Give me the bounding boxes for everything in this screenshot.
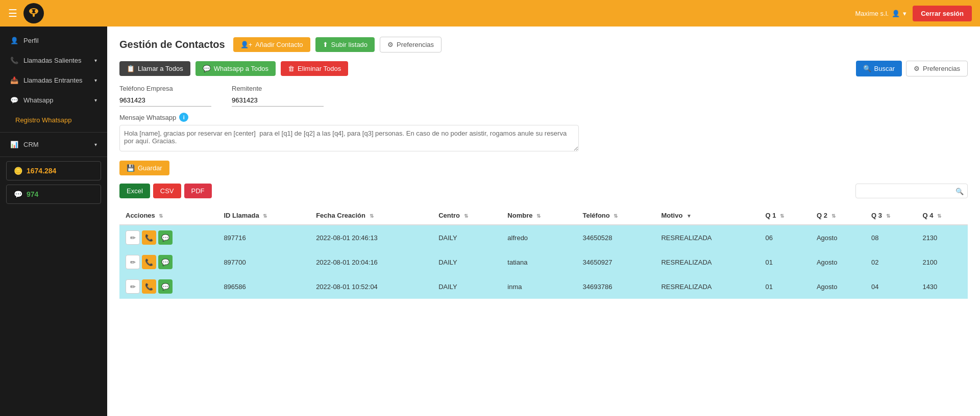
upload-list-button[interactable]: ⬆ Subir listado <box>315 37 375 52</box>
whatsapp-badge: 💬 974 <box>6 185 101 204</box>
cell-nombre: inma <box>501 274 576 299</box>
cell-nombre: alfredo <box>501 225 576 250</box>
dropdown-icon[interactable]: ▾ <box>903 10 906 17</box>
sort-icon: ⇅ <box>159 213 163 219</box>
col-id-llamada: ID Llamada ⇅ <box>217 206 310 225</box>
sidebar-divider-2 <box>0 157 107 157</box>
whatsapp-badge-icon: 💬 <box>14 190 22 198</box>
sidebar-item-label: Llamadas Entrantes <box>23 76 83 84</box>
call-button[interactable]: 📞 <box>142 279 156 294</box>
delete-all-button[interactable]: 🗑 Eliminar Todos <box>281 61 348 76</box>
chevron-down-icon: ▾ <box>94 97 97 103</box>
sidebar-item-crm[interactable]: 📊 CRM ▾ <box>0 135 107 154</box>
cell-motivo: RESREALIZADA <box>655 225 759 250</box>
svg-point-2 <box>30 10 33 13</box>
cell-q4: 2100 <box>916 250 968 274</box>
chevron-down-icon: ▾ <box>94 77 97 83</box>
cell-q3: 08 <box>865 225 917 250</box>
whatsapp-all-icon: 💬 <box>203 65 211 72</box>
col-q2: Q 2 ⇅ <box>811 206 865 225</box>
form-row-phones: Teléfono Empresa Remitente <box>119 85 968 107</box>
crm-icon: 📊 <box>10 141 18 148</box>
telefono-empresa-input[interactable] <box>119 94 211 107</box>
pdf-button[interactable]: PDF <box>184 184 212 198</box>
cell-fecha-creacion: 2022-08-01 20:04:16 <box>310 250 432 274</box>
whatsapp-icon: 💬 <box>10 96 18 104</box>
edit-button[interactable]: ✏ <box>126 230 140 245</box>
gear-icon: ⚙ <box>387 41 394 48</box>
sidebar-item-label: Perfil <box>23 37 39 44</box>
cell-motivo: RESREALIZADA <box>655 250 759 274</box>
phone-icon: 📋 <box>127 65 135 72</box>
sidebar-item-registro-whatsapp[interactable]: Registro Whatsapp <box>0 110 107 130</box>
save-button[interactable]: 💾 Guardar <box>119 161 169 175</box>
preferences-button-right[interactable]: ⚙ Preferencias <box>906 61 968 76</box>
llamadas-entrantes-icon: 📥 <box>10 76 18 84</box>
col-telefono: Teléfono ⇅ <box>577 206 655 225</box>
table-search-icon: 🔍 <box>955 187 964 195</box>
edit-button[interactable]: ✏ <box>126 255 140 269</box>
csv-button[interactable]: CSV <box>153 184 181 198</box>
preferences-button-top[interactable]: ⚙ Preferencias <box>380 37 442 53</box>
chevron-down-icon: ▾ <box>94 142 97 147</box>
telefono-empresa-label: Teléfono Empresa <box>119 85 211 92</box>
call-button[interactable]: 📞 <box>142 230 156 245</box>
svg-point-3 <box>35 10 38 13</box>
col-q1: Q 1 ⇅ <box>759 206 811 225</box>
sidebar-item-llamadas-entrantes[interactable]: 📥 Llamadas Entrantes ▾ <box>0 70 107 90</box>
edit-button[interactable]: ✏ <box>126 279 140 294</box>
search-icon: 🔍 <box>863 65 871 72</box>
sidebar: 👤 Perfil 📞 Llamadas Salientes ▾ 📥 Llamad… <box>0 27 107 416</box>
cell-q3: 02 <box>865 250 917 274</box>
whatsapp-button[interactable]: 💬 <box>158 279 173 294</box>
col-q4: Q 4 ⇅ <box>916 206 968 225</box>
sort-icon: ⇅ <box>464 213 468 219</box>
cell-id-llamada: 896586 <box>217 274 310 299</box>
cell-telefono: 34650927 <box>577 250 655 274</box>
user-info: Maxime s.l. 👤 ▾ <box>855 10 906 17</box>
logout-button[interactable]: Cerrar sesión <box>913 6 972 21</box>
table-search-input[interactable] <box>855 184 968 198</box>
cell-q1: 01 <box>759 250 811 274</box>
sort-icon-filter: ▼ <box>687 213 692 219</box>
hamburger-icon[interactable]: ☰ <box>8 7 17 19</box>
whatsapp-button[interactable]: 💬 <box>158 255 173 269</box>
cell-fecha-creacion: 2022-08-01 10:52:04 <box>310 274 432 299</box>
call-button[interactable]: 📞 <box>142 255 156 269</box>
cell-id-llamada: 897700 <box>217 250 310 274</box>
cell-acciones: ✏ 📞 💬 <box>119 274 217 299</box>
call-all-button[interactable]: 📋 Llamar a Todos <box>119 61 190 76</box>
coins-badge: 🪙 1674.284 <box>6 161 101 180</box>
remitente-label: Remitente <box>232 85 324 92</box>
add-contact-button[interactable]: 👤+ Añadir Contacto <box>233 37 310 52</box>
cell-centro: DAILY <box>432 250 501 274</box>
save-icon: 💾 <box>127 164 135 172</box>
sidebar-item-label: Registro Whatsapp <box>15 116 72 124</box>
whatsapp-button[interactable]: 💬 <box>158 230 173 245</box>
table-header-row: Acciones ⇅ ID Llamada ⇅ Fecha Creación ⇅… <box>119 206 968 225</box>
col-q3: Q 3 ⇅ <box>865 206 917 225</box>
col-nombre: Nombre ⇅ <box>501 206 576 225</box>
llamadas-salientes-icon: 📞 <box>10 57 18 64</box>
contact-form: Teléfono Empresa Remitente Mensaje Whats… <box>119 85 968 175</box>
sort-icon: ⇅ <box>614 213 618 219</box>
excel-button[interactable]: Excel <box>119 184 150 198</box>
cell-acciones: ✏ 📞 💬 <box>119 225 217 250</box>
sidebar-item-label: Llamadas Salientes <box>23 57 81 64</box>
sort-icon: ⇅ <box>370 213 374 219</box>
remitente-group: Remitente <box>232 85 324 107</box>
main-content: Gestión de Contactos 👤+ Añadir Contacto … <box>107 27 980 416</box>
sidebar-item-whatsapp[interactable]: 💬 Whatsapp ▾ <box>0 90 107 110</box>
mensaje-textarea[interactable]: Hola [name], gracias por reservar en [ce… <box>119 125 579 151</box>
coins-icon: 🪙 <box>14 167 22 175</box>
sidebar-item-llamadas-salientes[interactable]: 📞 Llamadas Salientes ▾ <box>0 50 107 70</box>
cell-q1: 06 <box>759 225 811 250</box>
remitente-input[interactable] <box>232 94 324 107</box>
info-icon[interactable]: i <box>179 113 188 122</box>
user-icon: 👤 <box>892 10 900 17</box>
coins-value: 1674.284 <box>27 167 56 175</box>
logo <box>23 3 44 23</box>
sidebar-item-perfil[interactable]: 👤 Perfil <box>0 31 107 50</box>
search-button[interactable]: 🔍 Buscar <box>856 61 902 76</box>
whatsapp-all-button[interactable]: 💬 Whatsapp a Todos <box>195 61 276 76</box>
